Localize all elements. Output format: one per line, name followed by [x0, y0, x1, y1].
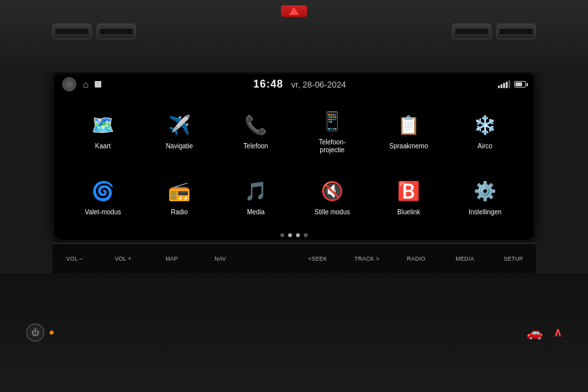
screen-bezel: ⌂ 16:48 vr, 28-06-2024: [52, 72, 536, 242]
vent-left-1: [52, 24, 91, 39]
app-item-telefoon[interactable]: 📞Telefoon: [218, 97, 294, 163]
vent-right-2: [497, 24, 536, 39]
vents-row: [0, 24, 588, 39]
app-item-navigatie[interactable]: ✈️Navigatie: [141, 97, 218, 163]
app-item-telefoon-projectie[interactable]: 📱Telefoon- projectie: [294, 97, 370, 163]
status-left: ⌂: [62, 77, 101, 91]
date-display: vr, 28-06-2024: [291, 80, 346, 90]
app-icon-navigatie: ✈️: [165, 111, 194, 140]
bottom-right-controls: 🚗 ∧: [527, 325, 562, 340]
pagination-dot-0: [280, 233, 284, 237]
right-vent-group: [452, 24, 536, 39]
ctrl-btn-seek-back[interactable]: <SEEK: [306, 255, 329, 262]
app-icon-instellingen: ⚙️: [471, 177, 500, 206]
app-item-instellingen[interactable]: ⚙️Instellingen: [447, 163, 523, 229]
ctrl-label-vol-plus: VOL +: [115, 255, 132, 262]
led-indicator: [50, 331, 54, 335]
main-screen: ⌂ 16:48 vr, 28-06-2024: [54, 74, 534, 240]
app-icon-spraakmemo: 📋: [395, 111, 423, 140]
ctrl-label-radio: RADIO: [407, 255, 425, 262]
ctrl-btn-setup[interactable]: SETUP: [502, 255, 525, 262]
ctrl-btn-vol-plus[interactable]: VOL +: [111, 255, 135, 262]
vent-right-1: [452, 24, 491, 39]
dashboard-bottom: ⏻ 🚗 ∧: [0, 273, 588, 392]
ctrl-label-map: MAP: [165, 255, 178, 262]
battery-icon: [514, 81, 526, 88]
app-label-media: Media: [247, 208, 265, 216]
app-label-instellingen: Instellingen: [468, 208, 502, 216]
pagination-dot-2: [296, 233, 300, 237]
ctrl-btn-nav[interactable]: NAV: [208, 255, 232, 262]
app-label-stille-modus: Stille modus: [314, 208, 350, 216]
home-icon: ⌂: [83, 79, 88, 90]
app-item-kaart[interactable]: 🗺️Kaart: [65, 97, 141, 163]
ctrl-label-setup: SETUP: [504, 255, 523, 262]
stop-icon: [95, 81, 101, 88]
app-icon-telefoon-projectie: 📱: [318, 107, 347, 136]
app-label-telefoon: Telefoon: [244, 142, 269, 150]
power-button[interactable]: ⏻: [26, 323, 44, 342]
clock-display: 16:48: [253, 78, 284, 90]
app-label-telefoon-projectie: Telefoon- projectie: [319, 139, 346, 154]
app-icon-telefoon: 📞: [242, 111, 270, 140]
ctrl-label-track-forward: TRACK >: [354, 255, 379, 262]
app-label-airco: Airco: [478, 142, 493, 150]
ctrl-label-seek-back: <SEEK: [308, 255, 327, 262]
app-label-valet-modus: Valet-modus: [85, 208, 121, 216]
chevron-up-icon: ∧: [553, 325, 562, 340]
vent-left-2: [97, 24, 136, 39]
ctrl-btn-radio[interactable]: RADIO: [404, 255, 428, 262]
pagination-dot-3: [304, 233, 308, 237]
app-item-stille-modus[interactable]: 🔇Stille modus: [294, 163, 370, 229]
ctrl-btn-vol-minus[interactable]: VOL –: [63, 255, 86, 262]
app-item-spraakmemo[interactable]: 📋Spraakmemo: [370, 97, 447, 163]
ctrl-label-media: MEDIA: [455, 255, 474, 262]
app-icon-valet-modus: 🌀: [89, 177, 118, 206]
screen-wrapper: ⌂ 16:48 vr, 28-06-2024: [52, 72, 536, 273]
signal-icon: [498, 80, 510, 88]
app-item-valet-modus[interactable]: 🌀Valet-modus: [65, 163, 141, 229]
ctrl-label-vol-minus: VOL –: [66, 255, 82, 262]
app-icon-bluelink: 🅱️: [395, 177, 423, 206]
status-center: 16:48 vr, 28-06-2024: [253, 78, 346, 90]
pagination-dot-1: [288, 233, 292, 237]
car-icon: 🚗: [527, 325, 543, 340]
ctrl-btn-track-forward[interactable]: TRACK >: [354, 255, 379, 262]
left-vent-group: [52, 24, 136, 39]
app-item-radio[interactable]: 📻Radio: [141, 163, 218, 229]
pagination-dots: [54, 229, 534, 240]
app-icon-media: 🎵: [242, 177, 270, 206]
hazard-button[interactable]: [281, 5, 307, 17]
hazard-triangle-icon: [289, 7, 299, 15]
app-grid: 🗺️Kaart✈️Navigatie📞Telefoon📱Telefoon- pr…: [54, 95, 534, 229]
status-bar: ⌂ 16:48 vr, 28-06-2024: [54, 74, 534, 95]
app-label-radio: Radio: [171, 208, 188, 216]
ctrl-btn-media[interactable]: MEDIA: [453, 255, 476, 262]
app-label-spraakmemo: Spraakmemo: [389, 142, 428, 150]
app-label-kaart: Kaart: [95, 142, 111, 150]
app-icon-stille-modus: 🔇: [318, 177, 347, 206]
ctrl-label-nav: NAV: [214, 255, 226, 262]
bottom-left-controls: ⏻: [26, 323, 54, 342]
dashboard-top: [0, 0, 588, 72]
app-icon-radio: 📻: [165, 177, 194, 206]
ctrl-btn-map[interactable]: MAP: [160, 255, 184, 262]
app-icon-airco: ❄️: [471, 111, 500, 140]
avatar-icon: [62, 77, 76, 91]
status-right: [498, 80, 526, 88]
app-label-bluelink: Bluelink: [397, 208, 420, 216]
app-item-media[interactable]: 🎵Media: [218, 163, 294, 229]
app-label-navigatie: Navigatie: [166, 142, 193, 150]
control-panel: VOL –VOL +MAPNAV<SEEKTRACK >RADIOMEDIASE…: [52, 243, 536, 273]
app-item-bluelink[interactable]: 🅱️Bluelink: [370, 163, 447, 229]
app-item-airco[interactable]: ❄️Airco: [447, 97, 523, 163]
app-icon-kaart: 🗺️: [89, 111, 118, 140]
